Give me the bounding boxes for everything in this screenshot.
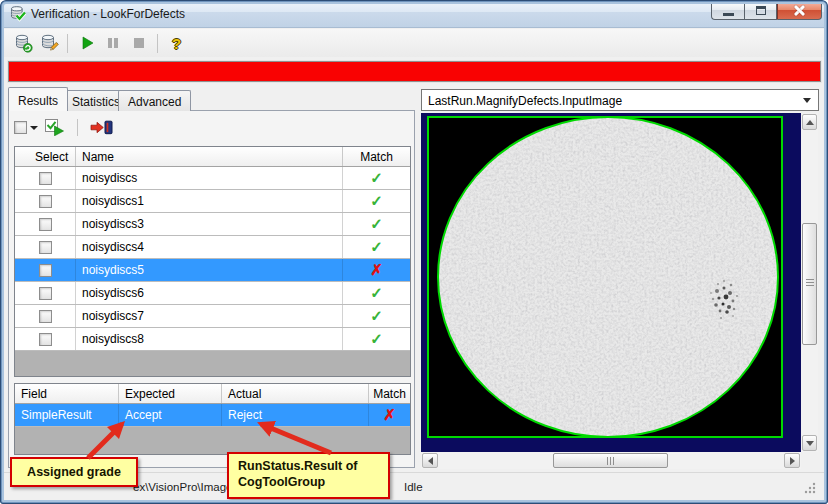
edit-results-button[interactable] (36, 31, 61, 55)
status-state-label: Idle (404, 481, 423, 493)
pause-button[interactable] (100, 31, 125, 55)
select-cell (15, 236, 76, 258)
detail-table-header: Field Expected Actual Match (15, 384, 410, 404)
column-header-match[interactable]: Match (343, 147, 410, 166)
check-icon: ✓ (343, 328, 410, 350)
scroll-down-button[interactable] (802, 435, 817, 451)
column-header-actual[interactable]: Actual (222, 384, 369, 403)
row-checkbox[interactable] (39, 310, 52, 323)
column-header-name[interactable]: Name (76, 147, 343, 166)
results-mini-toolbar (14, 115, 113, 140)
arrow-right-icon (790, 457, 795, 465)
database-edit-icon (39, 33, 59, 53)
run-checked-button[interactable] (45, 119, 65, 136)
database-refresh-icon (13, 33, 33, 53)
results-table-body: noisydiscs✓noisydiscs1✓noisydiscs3✓noisy… (15, 167, 410, 351)
results-table-row[interactable]: noisydiscs1✓ (15, 190, 410, 213)
check-icon: ✓ (343, 213, 410, 235)
select-cell (15, 190, 76, 212)
run-button[interactable] (74, 31, 99, 55)
help-button[interactable]: ? (164, 31, 189, 55)
checked-run-icon (45, 119, 65, 136)
results-table-row[interactable]: noisydiscs✓ (15, 167, 410, 190)
maximize-button[interactable] (744, 1, 777, 20)
image-display-selector[interactable]: LastRun.MagnifyDefects.InputImage (421, 89, 819, 111)
vertical-scroll-thumb[interactable] (802, 223, 817, 345)
select-cell (15, 282, 76, 304)
scroll-up-button[interactable] (802, 114, 817, 130)
noisy-disc-image (421, 113, 801, 452)
expected-value: Accept (119, 404, 222, 426)
results-table-row[interactable]: noisydiscs4✓ (15, 236, 410, 259)
maximize-icon (756, 6, 766, 15)
results-table-row[interactable]: noisydiscs8✓ (15, 328, 410, 351)
row-checkbox[interactable] (39, 333, 52, 346)
play-icon (78, 34, 96, 52)
toolbar-separator (77, 119, 78, 136)
check-icon: ✓ (343, 167, 410, 189)
results-table-header: Select Name Match (15, 147, 410, 167)
chevron-down-icon (803, 98, 811, 103)
load-results-button[interactable] (10, 31, 35, 55)
column-header-expected[interactable]: Expected (119, 384, 222, 403)
close-icon (793, 4, 806, 17)
tab-advanced[interactable]: Advanced (118, 90, 191, 111)
select-all-dropdown-button[interactable] (14, 121, 38, 134)
horizontal-scrollbar[interactable] (421, 452, 801, 469)
check-icon: ✓ (343, 305, 410, 327)
detail-table-row[interactable]: SimpleResultAcceptReject✗ (15, 404, 410, 427)
column-header-select[interactable]: Select (15, 147, 76, 166)
resize-grip-icon[interactable] (803, 481, 816, 496)
export-to-database-button[interactable] (90, 120, 113, 135)
toolbar-separator (157, 34, 158, 53)
results-table-row[interactable]: noisydiscs6✓ (15, 282, 410, 305)
main-toolbar: ? (3, 29, 825, 57)
check-icon: ✓ (343, 236, 410, 258)
callout-assigned-grade: Assigned grade (10, 457, 138, 487)
vertical-scrollbar[interactable] (801, 113, 818, 452)
row-checkbox[interactable] (39, 218, 52, 231)
verification-window: Verification - LookForDefects (0, 0, 828, 504)
row-checkbox[interactable] (39, 264, 52, 277)
check-icon: ✓ (343, 282, 410, 304)
row-checkbox[interactable] (39, 172, 52, 185)
stop-button[interactable] (126, 31, 151, 55)
record-name: noisydiscs (76, 167, 343, 189)
select-cell (15, 167, 76, 189)
tab-label: Statistics (72, 95, 120, 109)
pause-icon (104, 34, 122, 52)
row-checkbox[interactable] (39, 241, 52, 254)
detail-table: Field Expected Actual Match SimpleResult… (14, 383, 411, 455)
scroll-left-button[interactable] (422, 453, 438, 468)
row-checkbox[interactable] (39, 195, 52, 208)
field-name: SimpleResult (15, 404, 119, 426)
tab-results[interactable]: Results (8, 87, 68, 111)
record-name: noisydiscs5 (76, 259, 343, 281)
select-cell (15, 305, 76, 327)
record-name: noisydiscs4 (76, 236, 343, 258)
column-header-field[interactable]: Field (15, 384, 119, 403)
record-name: noisydiscs1 (76, 190, 343, 212)
detail-table-body: SimpleResultAcceptReject✗ (15, 404, 410, 427)
horizontal-scroll-thumb[interactable] (553, 453, 668, 468)
title-bar[interactable]: Verification - LookForDefects (0, 0, 828, 28)
results-table-row[interactable]: noisydiscs5✗ (15, 259, 410, 282)
stop-icon (130, 34, 148, 52)
record-name: noisydiscs3 (76, 213, 343, 235)
results-table-row[interactable]: noisydiscs3✓ (15, 213, 410, 236)
minimize-button[interactable] (711, 1, 744, 20)
results-table: Select Name Match noisydiscs✓noisydiscs1… (14, 146, 411, 377)
help-icon: ? (172, 35, 181, 52)
column-header-match[interactable]: Match (369, 384, 410, 403)
check-icon: ✓ (343, 190, 410, 212)
scroll-right-button[interactable] (784, 453, 800, 468)
select-cell (15, 213, 76, 235)
close-button[interactable] (777, 1, 822, 20)
cross-icon: ✗ (369, 404, 410, 426)
record-name: noisydiscs8 (76, 328, 343, 350)
inspection-image-display[interactable] (421, 113, 801, 452)
results-table-row[interactable]: noisydiscs7✓ (15, 305, 410, 328)
arrow-database-icon (90, 120, 113, 135)
status-path-fragment: ex\VisionPro\Images (133, 481, 238, 493)
row-checkbox[interactable] (39, 287, 52, 300)
